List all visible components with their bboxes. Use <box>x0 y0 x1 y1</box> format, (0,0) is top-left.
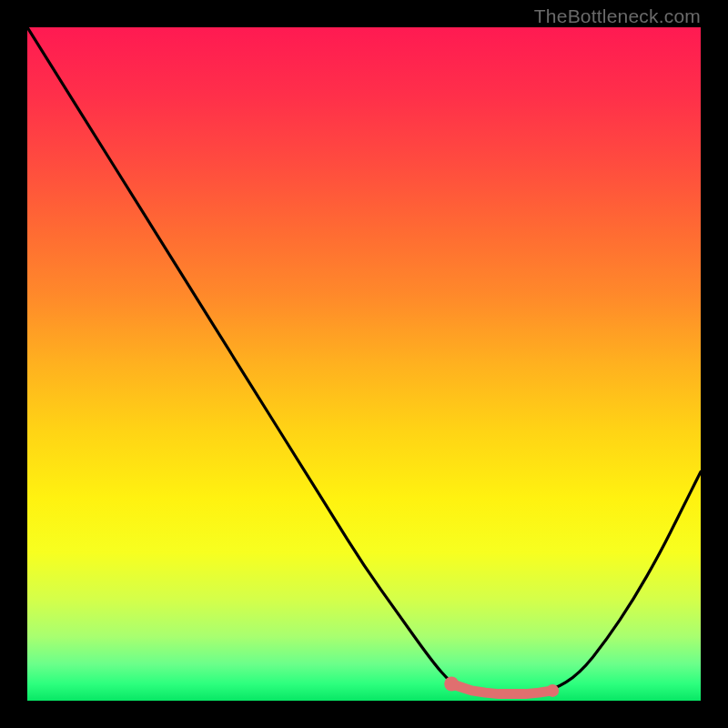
optimal-band-markers <box>444 677 559 697</box>
chart-frame: TheBottleneck.com <box>0 0 728 728</box>
curve-layer <box>27 27 701 701</box>
optimal-band-line <box>451 684 552 694</box>
optimal-band-endpoint <box>546 684 559 697</box>
bottleneck-curve <box>27 27 701 694</box>
plot-area <box>27 27 701 701</box>
optimal-band-endpoint <box>444 677 459 692</box>
watermark-text: TheBottleneck.com <box>534 5 701 27</box>
